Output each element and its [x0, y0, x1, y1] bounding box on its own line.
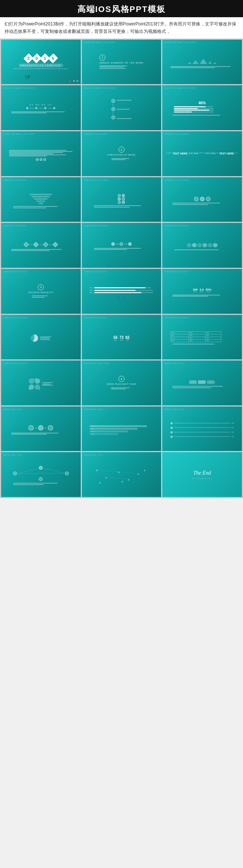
digit-6: 6 [48, 53, 58, 63]
c3-text [172, 202, 232, 206]
slide-9[interactable]: COMPLETE BLUE WORK test here TEST HERE T… [162, 131, 242, 176]
slide-23[interactable]: WORK PLAN NEXT YEAR 4 WORK PLAN NEXT YEA… [82, 361, 162, 405]
slide22-title: COMPLETE BLUE WORK [3, 362, 28, 364]
slide-16[interactable]: COMPLETION OF WORK 3 SUCCESS PROJECTS [1, 269, 81, 314]
slide-8[interactable]: COMPLETE THE WORK 2 COMPLETION OF WORK [82, 131, 162, 176]
slide-25[interactable]: WORK PLAN TITLE [1, 407, 81, 451]
clover-area [29, 378, 53, 390]
connection-lines [13, 466, 69, 481]
num-73: 73 [119, 335, 123, 340]
tl-text [172, 343, 232, 345]
slide-30[interactable]: The End Enter headline here [162, 452, 242, 497]
timeline-dots [26, 107, 55, 109]
slide-14[interactable]: COMPLETION OF WORK ITEM ITEM [82, 223, 162, 268]
slide3-title: ENTER THE MAIN TITLE HERE [164, 42, 196, 43]
slide-26[interactable]: WORK PLAN TITLE STEP 01 STEP 02 STEP 03 … [82, 407, 162, 451]
clover-shape [29, 378, 40, 390]
slide-28[interactable]: WORK PLAN TITLE [1, 452, 81, 497]
hand-icon: ☞ [25, 73, 31, 81]
timeline-text [11, 111, 71, 114]
workplan-content: 4 WORK PLAN NEXT YEAR [107, 361, 136, 405]
word-8: here [235, 152, 237, 155]
circles-timeline: ITEM ITEM [111, 242, 131, 246]
end-content: The End Enter headline here [192, 452, 212, 497]
arrows-row: STEP STEP STEP [189, 380, 215, 384]
completion3-icons [194, 197, 210, 201]
slide11-title: COMPLETION OF WORK [84, 179, 108, 181]
funnel2-shape [118, 194, 125, 204]
timeline-dates: 01 05 05 10 [30, 104, 52, 106]
annual-main-title: ANNUAL SUMMARY OF THE WORK [99, 62, 144, 64]
year-block: 2 0 1 6 [25, 55, 56, 62]
slide2-title: ENTER THE MAIN TITLE HERE [84, 42, 115, 43]
slide-7[interactable]: ENTER THE MAIN TITLE HERE [1, 131, 81, 176]
svg-line-4 [118, 472, 137, 473]
svg-line-2 [41, 468, 66, 473]
mini-table: Item 1ValueData Item 2ValueData Item 3Va… [170, 331, 221, 342]
slide-17[interactable]: COMPLETE THE WORK 90% 👤 70% 80% 👤 👤 [82, 269, 162, 314]
step-4: 2019 [170, 436, 234, 438]
icon-row [36, 158, 46, 161]
slide28-title: WORK PLAN TITLE [3, 454, 22, 456]
hexagons-group [178, 243, 226, 248]
slide-27[interactable]: WORK PLAN TITLE 2016 2017 2018 2019 [162, 407, 242, 451]
slide-2[interactable]: ENTER THE MAIN TITLE HERE 1 ANNUAL SUMMA… [82, 40, 162, 85]
slide6-title: ENTER THE MAIN TITLE HERE [164, 87, 196, 89]
funnel-text [13, 206, 69, 209]
header-title: 高端IOS风格PPT模板 [77, 4, 166, 14]
slide-1[interactable]: 2 0 1 6 PRESENTATION TEMPLATE find and s… [1, 40, 81, 85]
completion-title: COMPLETION OF WORK [107, 154, 136, 156]
word-3: TEST HERE [188, 152, 199, 155]
slide-3[interactable]: ENTER THE MAIN TITLE HERE [162, 40, 242, 85]
figure-icons: 👤 👤 [117, 295, 125, 298]
mail-icon: ✉ [76, 80, 79, 83]
scatter-lines [90, 466, 153, 485]
slide25-title: WORK PLAN TITLE [3, 408, 22, 410]
slide-20[interactable]: COMPLETE THE WORK 56 STAT 73 STAT 82 STA… [82, 315, 162, 360]
number-circle-2: 2 [119, 147, 124, 153]
slide-22[interactable]: COMPLETE BLUE WORK [1, 361, 81, 405]
banner-arrows: STEP 01 STEP 02 STEP 03 STEP 04 [90, 425, 153, 435]
slide-24[interactable]: WORK PLAN TITLE STEP STEP STEP [162, 361, 242, 405]
slide-29[interactable]: WORK PLAN TITLE [82, 452, 162, 497]
slide17-title: COMPLETE THE WORK [84, 271, 107, 273]
slide-5[interactable]: ENTER THE MAIN TITLE HERE [82, 85, 162, 130]
slide15-title: COMPLETE BLUE WORK [164, 225, 189, 227]
social-icons: 📍 ⬆ ✉ [68, 80, 79, 83]
success-title: SUCCESS PROJECTS [28, 291, 53, 294]
word-4: test here [199, 152, 204, 155]
slide-12[interactable]: COMPLETE BLUE WORK [162, 177, 242, 222]
progress-bars [172, 106, 232, 113]
slide-18[interactable]: COMPLETION OF WORK 100 VALUE 3.6 VALUE 2… [162, 269, 242, 314]
slide-19[interactable]: COMPLETE BLUE WORK [1, 315, 81, 360]
diamonds-text [11, 248, 71, 252]
num-82: 82 [126, 335, 130, 340]
flow-text [11, 432, 71, 435]
slide14-title: COMPLETION OF WORK [84, 225, 108, 227]
word-1: test here [167, 152, 172, 155]
number-circle-3: 3 [38, 284, 44, 290]
slide10-title: COMPLETE THE WORK [3, 179, 27, 181]
funnel2-text [94, 205, 150, 208]
slide-10[interactable]: COMPLETE THE WORK [1, 177, 81, 222]
svg-line-5 [105, 477, 128, 479]
slide-13[interactable]: COMPLETE THE WORK [1, 223, 81, 268]
bar-text [172, 114, 232, 116]
slide-4[interactable]: ENTER THE MAIN TITLE HERE 01 05 05 10 [1, 85, 81, 130]
cover-sub: find and summary work summaries the fina… [13, 68, 68, 70]
percent-display: 46% [199, 101, 206, 105]
slide-15[interactable]: COMPLETE BLUE WORK [162, 223, 242, 268]
infographic-values: 100 VALUE 3.6 VALUE 25% VALUE [193, 288, 212, 293]
word-cloud: test here TEST HERE TEST HERE test here … [165, 151, 239, 156]
svg-line-3 [96, 470, 119, 472]
chart-labels [170, 65, 234, 69]
slide-21[interactable]: COMPLETION OF WORK Item 1ValueData Item … [162, 315, 242, 360]
word-7: TEST HERE [219, 152, 234, 155]
word-6: test [216, 152, 219, 155]
hex-text [174, 249, 230, 251]
funnel-shape [30, 193, 52, 205]
slide9-title: COMPLETE BLUE WORK [164, 133, 189, 135]
slide-11[interactable]: COMPLETION OF WORK [82, 177, 162, 222]
diamonds-row [24, 243, 57, 246]
slide-6[interactable]: ENTER THE MAIN TITLE HERE 46% [162, 85, 242, 130]
